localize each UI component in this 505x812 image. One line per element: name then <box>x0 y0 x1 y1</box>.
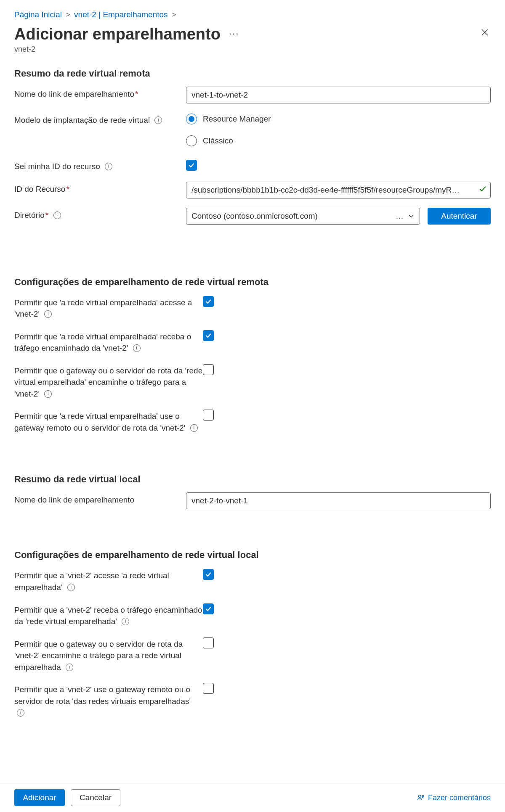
breadcrumb-home[interactable]: Página Inicial <box>14 10 62 19</box>
footer-bar: Adicionar Cancelar Fazer comentários <box>0 783 505 812</box>
breadcrumb: Página Inicial > vnet-2 | Emparelhamento… <box>14 10 491 19</box>
check-icon <box>188 162 195 169</box>
info-icon[interactable]: i <box>53 212 61 219</box>
info-icon[interactable]: i <box>44 390 52 398</box>
chevron-right-icon: > <box>172 11 176 19</box>
required-indicator: * <box>45 211 48 220</box>
info-icon[interactable]: i <box>66 664 73 671</box>
local-setting-0-checkbox[interactable] <box>203 569 214 580</box>
remote-setting-3-checkbox[interactable] <box>203 410 214 421</box>
local-setting-2-label: Permitir que o gateway ou o servidor de … <box>14 640 183 672</box>
radio-resource-manager[interactable]: Resource Manager <box>186 114 491 124</box>
local-setting-1-checkbox[interactable] <box>203 603 214 614</box>
info-icon[interactable]: i <box>190 424 198 432</box>
required-indicator: * <box>66 185 69 193</box>
authenticate-button[interactable]: Autenticar <box>428 208 491 225</box>
info-icon[interactable]: i <box>44 310 52 318</box>
info-icon[interactable]: i <box>133 344 141 352</box>
section-local-settings-title: Configurações de emparelhamento de rede … <box>14 550 491 561</box>
directory-select[interactable]: Contoso (contoso.onmicrosoft.com) … <box>186 208 420 225</box>
feedback-link[interactable]: Fazer comentários <box>417 793 491 802</box>
info-icon[interactable]: i <box>17 709 24 717</box>
know-resource-id-checkbox[interactable] <box>186 160 197 171</box>
remote-peering-link-name-input[interactable] <box>186 87 491 103</box>
validation-check-icon <box>479 185 486 195</box>
local-peering-link-name-input[interactable] <box>186 492 491 509</box>
chevron-down-icon <box>408 213 415 220</box>
remote-setting-2-checkbox[interactable] <box>203 364 214 375</box>
local-peering-link-name-label: Nome do link de emparelhamento <box>14 495 134 504</box>
more-actions-button[interactable]: ··· <box>229 28 239 39</box>
required-indicator: * <box>135 90 138 98</box>
deployment-model-label: Modelo de implantação de rede virtual <box>14 116 150 124</box>
section-remote-summary-title: Resumo da rede virtual remota <box>14 68 491 79</box>
remote-setting-1-label: Permitir que 'a rede virtual emparelhada… <box>14 332 191 353</box>
directory-label: Diretório <box>14 211 45 220</box>
resource-id-input[interactable] <box>186 182 491 198</box>
check-icon <box>205 298 212 305</box>
resource-id-label: ID do Recurso <box>14 185 65 193</box>
chevron-right-icon: > <box>66 11 70 19</box>
local-setting-0-label: Permitir que a 'vnet-2' acesse 'a rede v… <box>14 571 169 592</box>
radio-classic-label: Clássico <box>203 136 233 145</box>
radio-classic[interactable]: Clássico <box>186 135 491 146</box>
section-local-summary-title: Resumo da rede virtual local <box>14 474 491 485</box>
check-icon <box>205 606 212 612</box>
cancel-button[interactable]: Cancelar <box>71 789 120 806</box>
breadcrumb-peerings[interactable]: vnet-2 | Emparelhamentos <box>74 10 168 19</box>
section-remote-settings-title: Configurações de emparelhamento de rede … <box>14 277 491 288</box>
add-button[interactable]: Adicionar <box>14 789 65 806</box>
remote-setting-1-checkbox[interactable] <box>203 330 214 341</box>
remote-setting-2-label: Permitir que o gateway ou o servidor de … <box>14 366 202 398</box>
local-setting-2-checkbox[interactable] <box>203 637 214 648</box>
know-resource-id-label: Sei minha ID do recurso <box>14 162 100 171</box>
info-icon[interactable]: i <box>154 116 162 124</box>
svg-point-2 <box>418 795 421 798</box>
remote-setting-3-label: Permitir que 'a rede virtual emparelhada… <box>14 412 185 432</box>
directory-value: Contoso (contoso.onmicrosoft.com) <box>191 212 318 221</box>
check-icon <box>205 571 212 578</box>
remote-setting-0-label: Permitir que 'a rede virtual emparelhada… <box>14 298 192 319</box>
close-button[interactable] <box>479 26 491 40</box>
local-setting-1-label: Permitir que a 'vnet-2' receba o tráfego… <box>14 606 202 626</box>
remote-setting-0-checkbox[interactable] <box>203 296 214 307</box>
check-icon <box>205 332 212 339</box>
info-icon[interactable]: i <box>67 584 75 591</box>
peering-link-name-label: Nome do link de emparelhamento <box>14 90 134 98</box>
info-icon[interactable]: i <box>105 163 112 170</box>
feedback-label: Fazer comentários <box>428 793 491 802</box>
ellipsis-icon: … <box>396 212 404 221</box>
radio-resource-manager-label: Resource Manager <box>203 114 271 124</box>
local-setting-3-label: Permitir que a 'vnet-2' use o gateway re… <box>14 685 191 706</box>
info-icon[interactable]: i <box>122 618 129 625</box>
local-setting-3-checkbox[interactable] <box>203 683 214 694</box>
page-title: Adicionar emparelhamento <box>14 25 221 43</box>
feedback-icon <box>417 794 425 801</box>
close-icon <box>481 28 489 37</box>
page-subtitle: vnet-2 <box>14 45 491 54</box>
